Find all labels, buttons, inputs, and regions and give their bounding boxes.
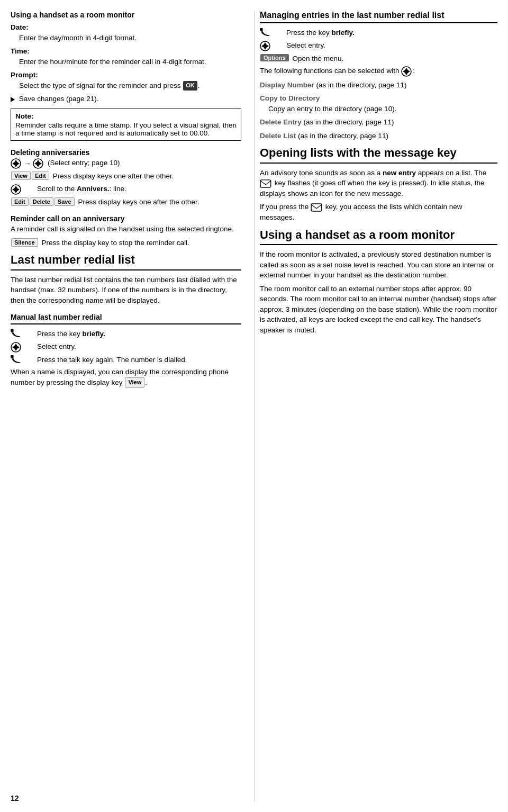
svg-marker-15	[12, 188, 15, 191]
svg-point-17	[15, 188, 17, 191]
mnr-step2-icon	[11, 341, 37, 353]
date-text: Enter the day/month in 4-digit format.	[11, 34, 137, 42]
svg-marker-30	[261, 44, 264, 48]
note-title: Note:	[15, 112, 237, 120]
display-number-text: (as in the directory, page 11)	[316, 81, 407, 89]
briefly-label-2: briefly.	[332, 29, 355, 37]
da-step1: → (Select entry; page 10)	[11, 158, 241, 169]
mnr-step1: Press the key briefly.	[11, 329, 241, 339]
svg-marker-10	[39, 162, 42, 165]
svg-rect-18	[11, 329, 13, 332]
delete-entry-label: Delete Entry	[260, 118, 302, 126]
room-monitor-para1: If the room monitor is activated, a prev…	[260, 249, 497, 281]
opening-lists-title: Opening lists with the message key	[260, 146, 497, 160]
delete-list: Delete List (as in the directory, page 1…	[260, 131, 497, 141]
right-column: Managing entries in the last number redi…	[254, 11, 497, 801]
arrow-icon-1: →	[24, 159, 31, 168]
mgr-step1: Press the key briefly.	[260, 28, 497, 38]
silence-row: Silence Press the display key to stop th…	[11, 238, 241, 248]
left-top-heading: Using a handset as a room monitor	[11, 11, 241, 19]
view-key2: View	[125, 377, 144, 388]
view-key: View	[11, 172, 31, 180]
mnr-step3: Press the talk key again. The number is …	[11, 355, 241, 365]
room-monitor-rule	[260, 244, 497, 245]
mgr-step2: Select entry.	[260, 40, 497, 51]
da-step3: Scroll to the Annivers.: line.	[11, 184, 241, 195]
svg-marker-22	[12, 346, 15, 349]
manual-last-rule	[11, 323, 241, 324]
mnr-step2: Select entry.	[11, 341, 241, 353]
message-icon-2	[311, 203, 322, 212]
bullet-triangle	[11, 97, 15, 102]
ol-bold1: new entry	[383, 169, 416, 177]
mnr-bottom: When a name is displayed, you can displa…	[11, 367, 241, 388]
reminder-call-title: Reminder call on an anniversary	[11, 214, 241, 223]
mgr-options-text: Open the menu.	[293, 53, 497, 64]
mnr-step2-text: Select entry.	[37, 341, 241, 352]
nav-icon-5	[260, 41, 270, 51]
svg-marker-9	[34, 162, 37, 165]
da-step3-text: Scroll to the Annivers.: line.	[37, 184, 241, 194]
deleting-anniversaries-title: Deleting anniversaries	[11, 148, 241, 157]
ol-text4: If you press the	[260, 203, 309, 211]
delete-list-text: (as in the directory, page 11)	[298, 132, 388, 140]
date-field: Date: Enter the day/month in 4-digit for…	[11, 22, 241, 43]
ol-text1: An advisory tone sounds as soon as a	[260, 169, 380, 177]
talk-icon-3	[260, 28, 270, 37]
da-step4-text: Press display keys one after the other.	[78, 197, 241, 207]
mgr-options-icon: Options	[260, 53, 293, 61]
briefly-label: briefly.	[83, 330, 105, 338]
delete-key: Delete	[30, 197, 53, 206]
svg-marker-4	[17, 162, 20, 165]
mnr-step1-text: Press the key briefly.	[37, 329, 241, 339]
svg-marker-3	[12, 162, 15, 165]
prompt-label: Prompt:	[11, 71, 38, 79]
ol-text2: appears on a list. The	[418, 169, 487, 177]
time-text: Enter the hour/minute for the reminder c…	[11, 58, 206, 66]
mgr-options-row: Options Open the menu.	[260, 53, 497, 64]
svg-point-5	[15, 162, 17, 165]
time-label: Time:	[11, 47, 30, 55]
mnr-step3-text: Press the talk key again. The number is …	[37, 355, 241, 365]
svg-point-38	[405, 70, 408, 73]
room-monitor-para2: The room monitor call to an external num…	[260, 284, 497, 336]
copy-to-directory: Copy to Directory Copy an entry to the d…	[260, 93, 497, 114]
da-step4-icon: Edit Delete Save	[11, 197, 78, 206]
nav-icon-inline	[401, 66, 412, 77]
svg-rect-39	[260, 180, 271, 187]
opening-lists-rule	[260, 163, 497, 164]
svg-point-32	[264, 44, 267, 47]
page-number: 12	[11, 794, 19, 802]
manual-last-title: Manual last number redial	[11, 313, 241, 321]
svg-marker-37	[407, 70, 410, 73]
note-text: Reminder calls require a time stamp. If …	[15, 121, 237, 137]
note-box: Note: Reminder calls require a time stam…	[11, 109, 241, 141]
svg-point-24	[15, 346, 17, 348]
svg-rect-25	[11, 355, 13, 358]
da-step2: View Edit Press display keys one after t…	[11, 171, 241, 182]
save-changes: Save changes (page 21).	[11, 94, 241, 104]
svg-rect-26	[260, 28, 262, 31]
mnr-step1-icon	[11, 329, 37, 338]
mgr-step1-icon	[260, 28, 286, 37]
nav-icon-3	[11, 184, 21, 195]
silence-icon: Silence	[11, 238, 42, 247]
save-changes-text: Save changes (page 21).	[19, 95, 99, 103]
svg-marker-31	[266, 44, 269, 48]
left-column: Using a handset as a room monitor Date: …	[11, 11, 254, 801]
svg-marker-36	[403, 70, 405, 73]
svg-marker-23	[17, 346, 20, 349]
svg-point-11	[37, 162, 40, 165]
delete-entry-text: (as in the directory, page 11)	[304, 118, 394, 126]
copy-text: Copy an entry to the directory (page 10)…	[260, 105, 396, 113]
copy-label: Copy to Directory	[260, 94, 320, 102]
svg-rect-40	[311, 204, 322, 211]
talk-icon-2	[11, 355, 21, 364]
silence-key: Silence	[11, 238, 38, 247]
ok-key: OK	[183, 81, 197, 91]
svg-marker-16	[17, 188, 20, 191]
prompt-field: Prompt: Select the type of signal for th…	[11, 70, 241, 91]
date-label: Date:	[11, 23, 29, 31]
mgr-following: The following functions can be selected …	[260, 66, 497, 76]
da-step1-icon: →	[11, 158, 48, 169]
